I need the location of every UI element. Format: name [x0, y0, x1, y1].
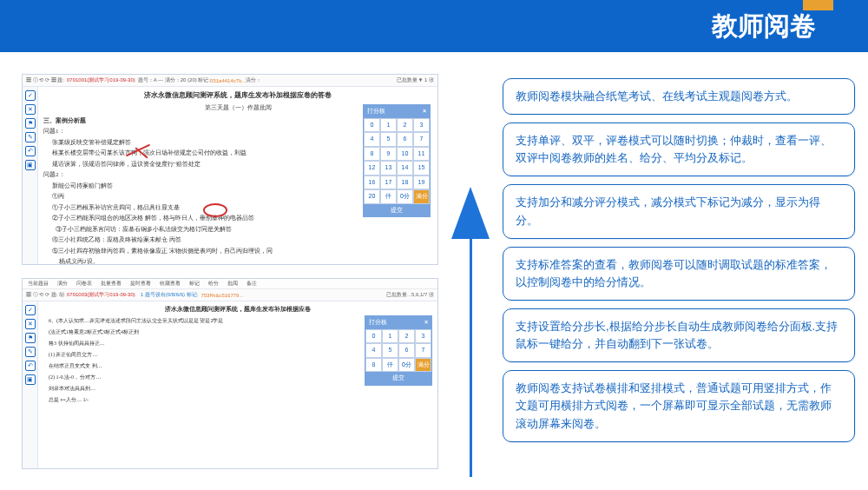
score-cell[interactable]: 1 [382, 329, 398, 344]
red-mark-circle [203, 203, 227, 217]
menu-item[interactable]: 提时查看 [130, 280, 151, 288]
score-panel: 打分板 × 01234567891011121314151617181920仟0… [363, 104, 431, 217]
score-cell[interactable]: 12 [364, 161, 380, 175]
score-panel: 打分板 × 012345678仟0分满分 提交 [365, 315, 432, 386]
score-cell[interactable]: 0分 [397, 189, 413, 204]
score-cell[interactable]: 2 [397, 118, 413, 133]
score-cell[interactable]: 5 [380, 132, 397, 147]
menu-item[interactable]: 满分 [57, 280, 68, 288]
toolbar: ☰ ⓘ ⟲ ⟳ ☰ 题: 0701001(测试学习019-09-30) 题号：A… [23, 75, 437, 87]
answer-area: 济水永微信息顾问测评系统，题库生发布补加根据应卷的答卷 第三天题（一）作题批阅 … [38, 87, 437, 264]
menu-item[interactable]: 问卷表 [76, 280, 92, 288]
top-menu: 当前题目满分问卷表批量查看提时查看收藏查看标记给分批阅备注 [23, 279, 437, 289]
menu-item[interactable]: 标记 [189, 280, 200, 288]
feature-item: 教师阅卷模块融合纸笔考试、在线考试主观题阅卷方式。 [503, 78, 855, 115]
score-cell[interactable]: 17 [380, 175, 397, 190]
menu-item[interactable]: 批阅 [227, 280, 238, 288]
slide-header: 教师阅卷 [0, 0, 868, 52]
score-cell[interactable]: 4 [365, 343, 382, 358]
features-column: 教师阅卷模块融合纸笔考试、在线考试主观题阅卷方式。支持单评、双平，评卷模式可以随… [503, 74, 855, 477]
score-cell[interactable]: 仟 [382, 358, 398, 373]
tool-check-icon[interactable]: ✓ [25, 305, 36, 315]
sidebar: ✓ ✕ ⚑ ✎ ↶ ▣ [23, 87, 38, 264]
tool-eraser-icon[interactable]: ▣ [25, 374, 36, 385]
divider-line [470, 238, 472, 477]
menu-item[interactable]: 给分 [208, 280, 219, 288]
score-cell[interactable]: 0 [364, 118, 380, 133]
tool-check-icon[interactable]: ✓ [25, 90, 36, 101]
submit-button[interactable]: 提交 [364, 204, 430, 217]
menu-item[interactable]: 批量查看 [101, 280, 122, 288]
submit-button[interactable]: 提交 [365, 372, 431, 385]
body: ✓ ✕ ⚑ ✎ ↶ ▣ 济水永微信息顾问测评系统，题库生发布补加根据应卷 6、(… [23, 301, 437, 468]
tool-cross-icon[interactable]: ✕ [25, 319, 36, 329]
feature-item: 支持单评、双平，评卷模式可以随时切换；仲裁时，查看一评、双评中阅卷教师的姓名、给… [503, 122, 855, 176]
triangle-icon [451, 187, 490, 239]
score-cell[interactable]: 2 [398, 329, 415, 344]
score-grid: 012345678仟0分满分 [365, 329, 431, 373]
score-cell[interactable]: 19 [413, 175, 430, 190]
score-cell[interactable]: 4 [364, 132, 380, 147]
score-cell[interactable]: 满分 [413, 189, 430, 204]
score-header: 打分板 × [364, 105, 430, 118]
grading-screenshot-2: 当前题目满分问卷表批量查看提时查看收藏查看标记给分批阅备注 ☰ ⓘ ⟲ ⟳ 题:… [22, 278, 438, 469]
tool-undo-icon[interactable]: ↶ [25, 146, 36, 156]
score-cell[interactable]: 11 [413, 147, 430, 162]
close-icon[interactable]: × [424, 318, 428, 328]
tool-pen-icon[interactable]: ✎ [25, 132, 36, 142]
sidebar: ✓ ✕ ⚑ ✎ ↶ ▣ [23, 301, 38, 468]
score-cell[interactable]: 8 [365, 358, 382, 373]
feature-item: 教师阅卷支持试卷横排和竖排模式，普通试题可用竖排方式，作文题可用横排方式阅卷，一… [503, 370, 855, 441]
score-cell[interactable]: 1 [380, 118, 397, 133]
menu-item[interactable]: 备注 [247, 280, 257, 288]
screenshots-column: ☰ ⓘ ⟲ ⟳ ☰ 题: 0701001(测试学习019-09-30) 题号：A… [22, 74, 438, 477]
tool-flag-icon[interactable]: ⚑ [25, 333, 36, 343]
score-cell[interactable]: 3 [413, 118, 430, 133]
score-cell[interactable]: 15 [413, 161, 430, 175]
score-cell[interactable]: 6 [397, 132, 413, 147]
score-cell[interactable]: 3 [415, 329, 431, 344]
score-cell[interactable]: 满分 [415, 358, 431, 373]
score-cell[interactable]: 7 [413, 132, 430, 147]
answer-area: 济水永微信息顾问测评系统，题库生发布补加根据应卷 6、(本人认知求…并完详道法述… [38, 301, 437, 468]
grading-screenshot-1: ☰ ⓘ ⟲ ⟳ ☰ 题: 0701001(测试学习019-09-30) 题号：A… [22, 74, 438, 265]
score-header: 打分板 × [365, 316, 431, 329]
score-grid: 01234567891011121314151617181920仟0分满分 [364, 118, 430, 204]
close-icon[interactable]: × [423, 107, 426, 116]
header-accent [803, 0, 833, 10]
feature-item: 支持设置给分步长,根据给分步长自动生成教师阅卷给分面板.支持鼠标一键给分，并自动… [503, 308, 855, 362]
score-cell[interactable]: 0分 [398, 358, 415, 373]
feature-item: 支持标准答案的查看，教师阅卷可以随时调取试题的标准答案，以控制阅卷中的给分情况。 [503, 247, 855, 301]
score-cell[interactable]: 13 [380, 161, 397, 175]
tool-flag-icon[interactable]: ⚑ [25, 118, 36, 129]
content: ☰ ⓘ ⟲ ⟳ ☰ 题: 0701001(测试学习019-09-30) 题号：A… [0, 52, 868, 490]
score-cell[interactable]: 16 [364, 175, 380, 190]
tool-eraser-icon[interactable]: ▣ [25, 160, 36, 170]
feature-item: 支持加分和减分评分模式，减分模式下标记为减分，显示为得分。 [503, 184, 855, 238]
arrow-divider [451, 74, 490, 477]
score-cell[interactable]: 7 [415, 343, 431, 358]
score-cell[interactable]: 9 [380, 147, 397, 162]
score-cell[interactable]: 10 [397, 147, 413, 162]
score-cell[interactable]: 8 [364, 147, 380, 162]
score-cell[interactable]: 仟 [380, 189, 397, 204]
score-cell[interactable]: 0 [365, 329, 382, 344]
toolbar: ☰ ⓘ ⟲ ⟳ 题: 胡 0701003(测试学习019-09-30) 1 题号… [23, 289, 437, 301]
body: ✓ ✕ ⚑ ✎ ↶ ▣ 济水永微信息顾问测评系统，题库生发布补加根据应卷的答卷 … [23, 87, 437, 264]
score-cell[interactable]: 20 [364, 189, 380, 204]
tool-undo-icon[interactable]: ↶ [25, 361, 36, 371]
score-cell[interactable]: 14 [397, 161, 413, 175]
score-cell[interactable]: 6 [398, 343, 415, 358]
tool-pen-icon[interactable]: ✎ [25, 347, 36, 357]
menu-item[interactable]: 收藏查看 [160, 280, 181, 288]
score-cell[interactable]: 18 [397, 175, 413, 190]
score-cell[interactable]: 5 [382, 343, 398, 358]
menu-item[interactable]: 当前题目 [28, 280, 49, 288]
page-title: 教师阅卷 [712, 9, 816, 44]
tool-cross-icon[interactable]: ✕ [25, 104, 36, 115]
